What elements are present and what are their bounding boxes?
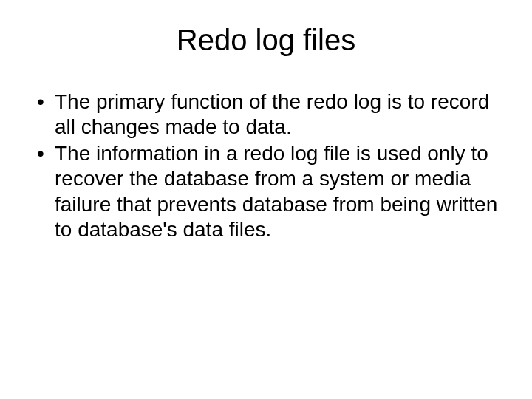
slide-title: Redo log files (27, 24, 505, 57)
bullet-item: The primary function of the redo log is … (30, 89, 502, 140)
bullet-list: The primary function of the redo log is … (27, 89, 505, 242)
slide: Redo log files The primary function of t… (0, 0, 532, 399)
bullet-item: The information in a redo log file is us… (30, 141, 502, 242)
